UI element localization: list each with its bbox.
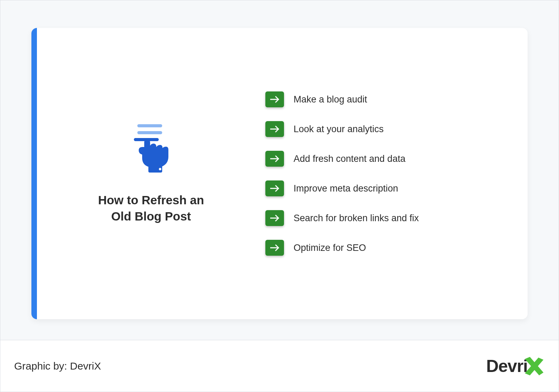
list-item: Optimize for SEO [265, 240, 507, 256]
arrow-right-icon [265, 210, 284, 226]
left-column: How to Refresh an Old Blog Post [51, 52, 252, 295]
brand-logo: Devri [486, 355, 545, 377]
list-item-label: Add fresh content and data [294, 154, 405, 164]
svg-rect-0 [137, 124, 162, 127]
steps-list: Make a blog audit Look at your analytics… [252, 52, 507, 295]
arrow-right-icon [265, 91, 284, 107]
list-item-label: Improve meta description [294, 183, 398, 194]
brand-x-icon [523, 355, 545, 377]
svg-point-5 [159, 168, 161, 170]
hand-select-icon [130, 123, 172, 175]
svg-rect-1 [137, 131, 162, 134]
list-item: Improve meta description [265, 180, 507, 196]
arrow-right-icon [265, 151, 284, 167]
arrow-right-icon [265, 121, 284, 137]
list-item-label: Look at your analytics [294, 124, 384, 135]
footer-bar: Graphic by: DevriX Devri [0, 340, 559, 392]
list-item: Search for broken links and fix [265, 210, 507, 226]
arrow-right-icon [265, 180, 284, 196]
brand-text: Devri [486, 356, 528, 376]
graphic-frame: How to Refresh an Old Blog Post Make a b… [0, 0, 559, 392]
list-item: Look at your analytics [265, 121, 507, 137]
list-item-label: Search for broken links and fix [294, 213, 419, 224]
accent-bar [31, 28, 37, 319]
canvas-area: How to Refresh an Old Blog Post Make a b… [0, 0, 559, 340]
arrow-right-icon [265, 240, 284, 256]
credit-text: Graphic by: DevriX [14, 360, 101, 372]
list-item-label: Optimize for SEO [294, 243, 366, 253]
list-item: Make a blog audit [265, 91, 507, 107]
list-item-label: Make a blog audit [294, 94, 367, 105]
card-title: How to Refresh an Old Blog Post [89, 192, 213, 225]
card-body: How to Refresh an Old Blog Post Make a b… [37, 28, 528, 319]
content-card: How to Refresh an Old Blog Post Make a b… [31, 28, 528, 319]
list-item: Add fresh content and data [265, 151, 507, 167]
